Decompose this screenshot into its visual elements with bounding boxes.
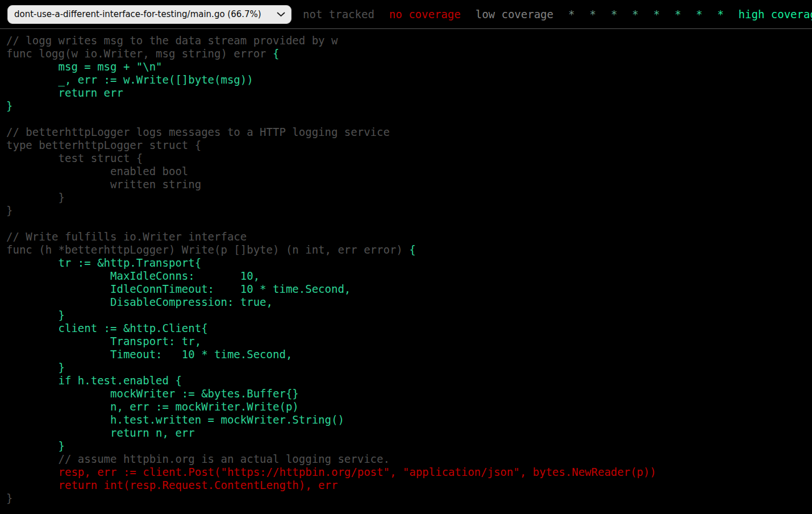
code-segment: tr := &http.Transport{ [6, 256, 201, 269]
code-segment: { [409, 243, 415, 256]
code-segment: func logg(w io.Writer, msg string) error [6, 47, 273, 60]
code-segment: { [273, 47, 279, 60]
code-segment: resp, err := client.Post("https://httpbi… [6, 466, 656, 478]
code-segment: Timeout: 10 * time.Second, [6, 348, 292, 360]
code-segment: client := &http.Client{ [6, 322, 208, 334]
legend-star: * [696, 8, 702, 20]
file-select-wrap: dont-use-a-different-interface-for-testi… [7, 5, 292, 24]
code-segment: } [6, 191, 65, 204]
legend-star: * [717, 8, 723, 20]
legend-star: * [653, 8, 660, 20]
legend-star: * [589, 8, 596, 20]
code-segment: // logg writes msg to the data stream pr… [6, 34, 338, 47]
code-segment: return n, err [6, 426, 195, 439]
code-segment: IdleConnTimeout: 10 * time.Second, [6, 283, 351, 295]
topbar: dont-use-a-different-interface-for-testi… [0, 0, 812, 29]
code-segment: MaxIdleConns: 10, [6, 270, 260, 282]
code-segment: type betterhttpLogger struct { [6, 139, 201, 151]
code-segment: // Write fulfills io.Writer interface [6, 230, 247, 243]
coverage-legend: not trackedno coveragelow coverage******… [295, 8, 812, 20]
code-segment: if h.test.enabled { [6, 374, 182, 387]
legend-no-coverage: no coverage [389, 8, 461, 20]
code-segment: Transport: tr, [6, 335, 201, 347]
code-segment: } [6, 492, 13, 504]
code-segment: return err [6, 86, 123, 99]
code-segment: _, err := w.Write([]byte(msg)) [6, 73, 253, 86]
code-segment: n, err := mockWriter.Write(p) [6, 400, 299, 413]
code-segment: } [6, 204, 13, 217]
code-segment: // assume httpbin.org is an actual loggi… [6, 453, 390, 465]
legend-not-tracked: not tracked [303, 8, 374, 20]
code-segment: h.test.written = mockWriter.String() [6, 413, 344, 426]
code-pre: // logg writes msg to the data stream pr… [0, 29, 812, 505]
code-segment: return int(resp.Request.ContentLength), … [6, 479, 338, 491]
legend-star: * [568, 8, 574, 20]
code-segment: } [6, 361, 65, 374]
legend-high-coverage: high coverage [739, 8, 812, 20]
legend-star: * [632, 8, 638, 20]
code-segment: msg = msg + "\n" [6, 60, 163, 73]
code-segment: written string [6, 178, 201, 190]
code-segment: } [6, 440, 65, 452]
code-segment: enabled bool [6, 165, 188, 177]
code-content: // logg writes msg to the data stream pr… [0, 29, 812, 505]
code-segment: mockWriter := &bytes.Buffer{} [6, 387, 299, 400]
legend-low-coverage: low coverage [476, 8, 553, 20]
code-segment: } [6, 309, 65, 321]
code-segment: } [6, 100, 13, 112]
legend-star: * [611, 8, 617, 20]
code-segment: test struct { [6, 152, 143, 164]
code-segment: // betterhttpLogger logs messages to a H… [6, 126, 390, 138]
legend-star: * [674, 8, 681, 20]
file-select[interactable]: dont-use-a-different-interface-for-testi… [7, 5, 292, 24]
code-segment: DisableCompression: true, [6, 296, 273, 308]
code-segment: func (h *betterhttpLogger) Write(p []byt… [6, 243, 409, 256]
